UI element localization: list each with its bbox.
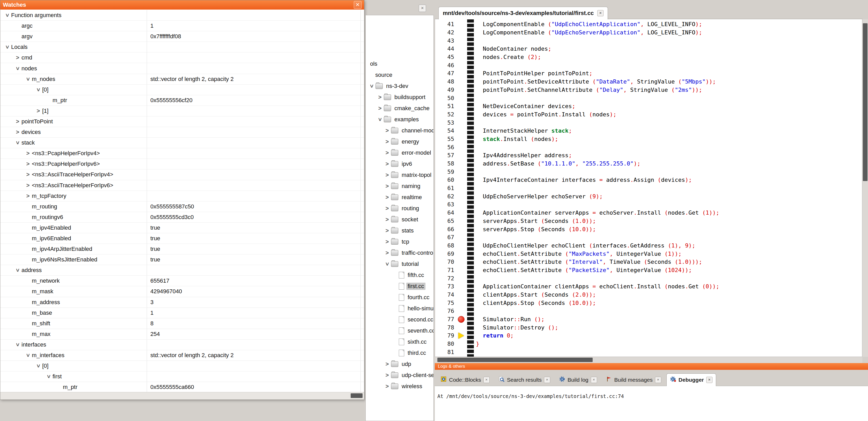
chevron-icon[interactable]: > bbox=[14, 118, 22, 125]
chevron-icon[interactable]: > bbox=[24, 161, 32, 167]
tree-item[interactable]: >realtime bbox=[366, 192, 433, 203]
tree-item[interactable]: >tcp bbox=[366, 236, 433, 247]
tree-item[interactable]: >naming bbox=[366, 181, 433, 192]
code-line[interactable]: 69 echoClient.SetAttribute ("MaxPackets"… bbox=[435, 250, 862, 258]
tree-item[interactable]: >tutorial bbox=[366, 258, 433, 269]
chevron-icon[interactable]: > bbox=[383, 372, 391, 379]
watch-row[interactable]: >Function arguments bbox=[0, 10, 364, 21]
watch-row[interactable]: >m_shift8 bbox=[0, 318, 364, 329]
chevron-icon[interactable]: > bbox=[25, 351, 31, 359]
watch-row[interactable]: >m_ptr0x5555555ca660 bbox=[0, 382, 364, 392]
tree-item[interactable]: >energy bbox=[366, 136, 433, 147]
code-line[interactable]: 76 bbox=[435, 307, 862, 315]
tree-item[interactable]: fourth.cc bbox=[366, 292, 433, 303]
line-number[interactable]: 70 bbox=[435, 259, 456, 265]
breakpoint-margin[interactable] bbox=[456, 160, 467, 168]
breakpoint-margin[interactable] bbox=[456, 77, 467, 86]
line-number[interactable]: 43 bbox=[435, 37, 456, 44]
watch-row[interactable]: >cmd bbox=[0, 53, 364, 63]
chevron-icon[interactable]: > bbox=[383, 383, 391, 390]
tree-item[interactable]: >ns-3-dev bbox=[366, 80, 433, 92]
line-number[interactable]: 74 bbox=[435, 291, 456, 298]
line-number[interactable]: 45 bbox=[435, 54, 456, 60]
breakpoint-margin[interactable] bbox=[456, 53, 467, 61]
tree-item[interactable]: >routing bbox=[366, 203, 433, 214]
management-close-button[interactable]: × bbox=[419, 5, 426, 12]
editor-vscrollbar[interactable] bbox=[862, 19, 868, 357]
tree-item[interactable]: sixth.cc bbox=[366, 336, 433, 347]
code-line[interactable]: 50 bbox=[435, 94, 862, 102]
watch-row[interactable]: >m_routingv60x5555555cd3c0 bbox=[0, 212, 364, 223]
chevron-icon[interactable]: > bbox=[14, 139, 21, 147]
line-number[interactable]: 64 bbox=[435, 209, 456, 216]
line-number[interactable]: 59 bbox=[435, 169, 456, 175]
watch-row[interactable]: >argc1 bbox=[0, 21, 364, 31]
chevron-icon[interactable]: > bbox=[383, 250, 391, 256]
code-line[interactable]: 56 bbox=[435, 143, 862, 151]
code-line[interactable]: 42 LogComponentEnable ("UdpEchoServerApp… bbox=[435, 28, 862, 37]
line-number[interactable]: 71 bbox=[435, 267, 456, 273]
line-number[interactable]: 76 bbox=[435, 308, 456, 314]
code-line[interactable]: 62 UdpEchoServerHelper echoServer (9); bbox=[435, 192, 862, 200]
breakpoint-margin[interactable] bbox=[456, 340, 467, 348]
line-number[interactable]: 79 bbox=[435, 332, 456, 339]
watch-row[interactable]: >devices bbox=[0, 127, 364, 137]
tree-item[interactable]: ols bbox=[366, 58, 433, 69]
chevron-icon[interactable]: > bbox=[4, 11, 10, 19]
line-number[interactable]: 51 bbox=[435, 103, 456, 109]
watch-row[interactable]: >pointToPoint bbox=[0, 117, 364, 127]
line-number[interactable]: 73 bbox=[435, 283, 456, 290]
watch-row[interactable]: ><ns3::AsciiTraceHelperForIpv6> bbox=[0, 180, 364, 191]
tree-item[interactable]: >udp bbox=[366, 358, 433, 369]
chevron-icon[interactable]: > bbox=[383, 227, 391, 234]
breakpoint-margin[interactable] bbox=[456, 184, 467, 192]
watch-row[interactable]: >nodes bbox=[0, 63, 364, 74]
breakpoint-margin[interactable] bbox=[456, 348, 467, 356]
tree-item[interactable]: third.cc bbox=[366, 347, 433, 358]
line-number[interactable]: 55 bbox=[435, 136, 456, 142]
chevron-icon[interactable]: > bbox=[368, 82, 375, 90]
watch-row[interactable]: >[0] bbox=[0, 85, 364, 95]
chevron-icon[interactable]: > bbox=[383, 216, 391, 223]
breakpoint-margin[interactable] bbox=[456, 36, 467, 45]
breakpoint-margin[interactable] bbox=[456, 135, 467, 143]
editor-tab-close-icon[interactable]: × bbox=[597, 10, 603, 16]
chevron-icon[interactable]: > bbox=[383, 172, 391, 179]
line-number[interactable]: 44 bbox=[435, 45, 456, 52]
watch-row[interactable]: ><ns3::AsciiTraceHelperForIpv4> bbox=[0, 169, 364, 180]
code-line[interactable]: 54 InternetStackHelper stack; bbox=[435, 127, 862, 135]
tree-item[interactable]: >stats bbox=[366, 225, 433, 236]
line-number[interactable]: 56 bbox=[435, 144, 456, 151]
watch-row[interactable]: ><ns3::PcapHelperForIpv6> bbox=[0, 159, 364, 169]
breakpoint-margin[interactable] bbox=[456, 168, 467, 176]
code-line[interactable]: 79 return 0; bbox=[435, 331, 862, 340]
code-line[interactable]: 45 nodes.Create (2); bbox=[435, 53, 862, 61]
line-number[interactable]: 75 bbox=[435, 300, 456, 306]
watches-titlebar[interactable]: Watches ✕ bbox=[0, 0, 364, 9]
code-area[interactable]: 41 LogComponentEnable ("UdpEchoClientApp… bbox=[435, 19, 862, 357]
tree-item[interactable]: second.cc bbox=[366, 314, 433, 325]
code-line[interactable]: 55 stack.Install (nodes); bbox=[435, 135, 862, 143]
watch-row[interactable]: >m_tcpFactory bbox=[0, 191, 364, 201]
line-number[interactable]: 52 bbox=[435, 111, 456, 118]
breakpoint-margin[interactable] bbox=[456, 200, 467, 209]
breakpoint-margin[interactable] bbox=[456, 323, 467, 331]
breakpoint-margin[interactable] bbox=[456, 274, 467, 282]
line-number[interactable]: 58 bbox=[435, 160, 456, 167]
tree-item[interactable]: >matrix-topol bbox=[366, 169, 433, 181]
watch-row[interactable]: >m_nodesstd::vector of length 2, capacit… bbox=[0, 74, 364, 85]
breakpoint-margin[interactable] bbox=[456, 233, 467, 241]
code-line[interactable]: 41 LogComponentEnable ("UdpEchoClientApp… bbox=[435, 20, 862, 28]
watch-row[interactable]: >[0] bbox=[0, 361, 364, 371]
breakpoint-margin[interactable] bbox=[456, 119, 467, 127]
breakpoint-margin[interactable] bbox=[456, 217, 467, 225]
chevron-icon[interactable]: > bbox=[4, 43, 10, 51]
line-number[interactable]: 69 bbox=[435, 251, 456, 257]
watch-row[interactable]: >m_ipv6NsRsJitterEnabledtrue bbox=[0, 255, 364, 265]
tree-item[interactable]: >examples bbox=[366, 114, 433, 125]
breakpoint-margin[interactable] bbox=[456, 241, 467, 250]
watch-row[interactable]: >m_ptr0x55555556cf20 bbox=[0, 95, 364, 106]
editor-hscrollbar[interactable] bbox=[435, 357, 862, 363]
line-number[interactable]: 53 bbox=[435, 120, 456, 126]
line-number[interactable]: 41 bbox=[435, 21, 456, 27]
